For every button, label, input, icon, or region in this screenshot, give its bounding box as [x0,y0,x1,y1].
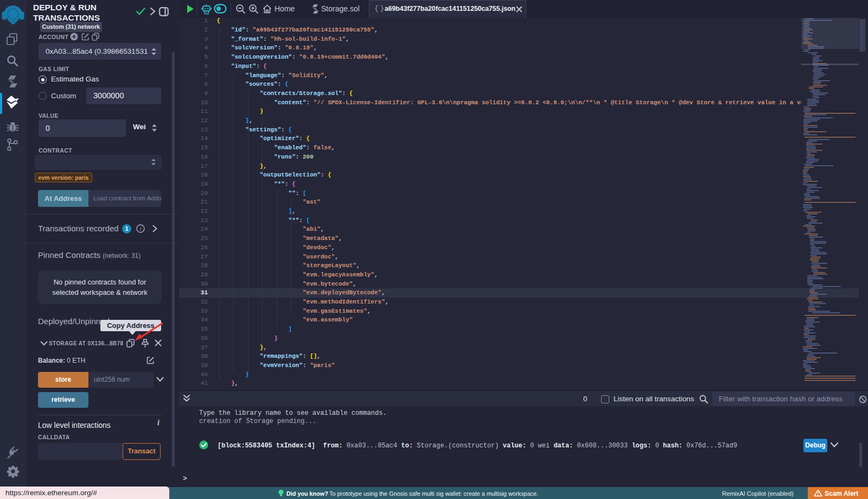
svg-text:i: i [140,226,142,232]
